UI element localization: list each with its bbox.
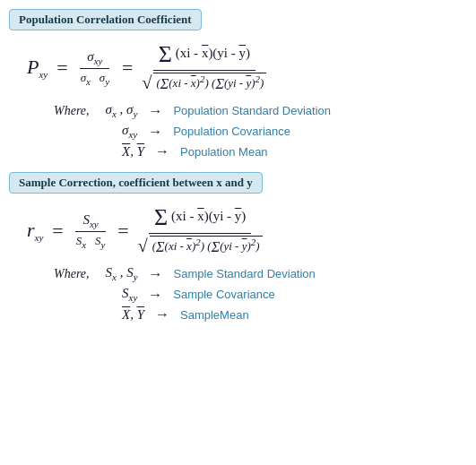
where-block-2: Where, Sx , Sy → Sample Standard Deviati… <box>9 262 467 326</box>
where-row-2: σxy → Population Covariance <box>54 123 458 140</box>
arrow-icon-3: → <box>155 143 169 159</box>
def2-3: SampleMean <box>180 308 249 322</box>
def2-2: Sample Covariance <box>173 288 274 301</box>
arrow-icon-5: → <box>148 287 162 303</box>
section-sample: Sample Correction, coefficient between x… <box>9 172 467 326</box>
where-row-intro: Where, σx , σy → Population Standard Dev… <box>54 102 458 119</box>
def1-3: Population Mean <box>180 145 268 159</box>
where-row2-3: X, Y → SampleMean <box>54 306 458 323</box>
def2-1: Sample Standard Deviation <box>174 267 316 280</box>
fraction2-right: Σ (xi - x)(yi - y) √ (Σ(xi - x)2) (Σ(yi … <box>138 204 263 258</box>
arrow-icon-6: → <box>155 306 169 323</box>
arrow-icon-4: → <box>149 266 163 282</box>
section2-title: Sample Correction, coefficient between x… <box>9 172 263 194</box>
arrow-icon-1: → <box>148 103 162 119</box>
arrow-icon-2: → <box>148 124 162 140</box>
formula1-main: Pxy = σxy σx σy = Σ (xi - x)(yi - y) √ (… <box>9 38 467 99</box>
fraction1-left: σxy σx σy <box>77 47 113 89</box>
fraction1-right: Σ (xi - x)(yi - y) √ (Σ(xi - x)2) (Σ(yi … <box>142 41 266 95</box>
where-row2-2: Sxy → Sample Covariance <box>54 286 458 303</box>
section1-title: Population Correlation Coefficient <box>9 9 202 30</box>
def1-2: Population Covariance <box>173 125 290 138</box>
where-block-1: Where, σx , σy → Population Standard Dev… <box>9 99 467 163</box>
symbol-r: rxy <box>27 219 43 243</box>
where-row2-intro: Where, Sx , Sy → Sample Standard Deviati… <box>54 265 458 282</box>
where-row-3: X, Y → Population Mean <box>54 143 458 159</box>
symbol-p: Pxy <box>27 56 48 80</box>
section-population: Population Correlation Coefficient Pxy =… <box>9 9 467 163</box>
fraction2-left: Sxy Sx Sy <box>73 211 109 252</box>
formula2-main: rxy = Sxy Sx Sy = Σ (xi - x)(yi - y) √ (… <box>9 201 467 262</box>
def1-1: Population Standard Deviation <box>173 104 331 117</box>
